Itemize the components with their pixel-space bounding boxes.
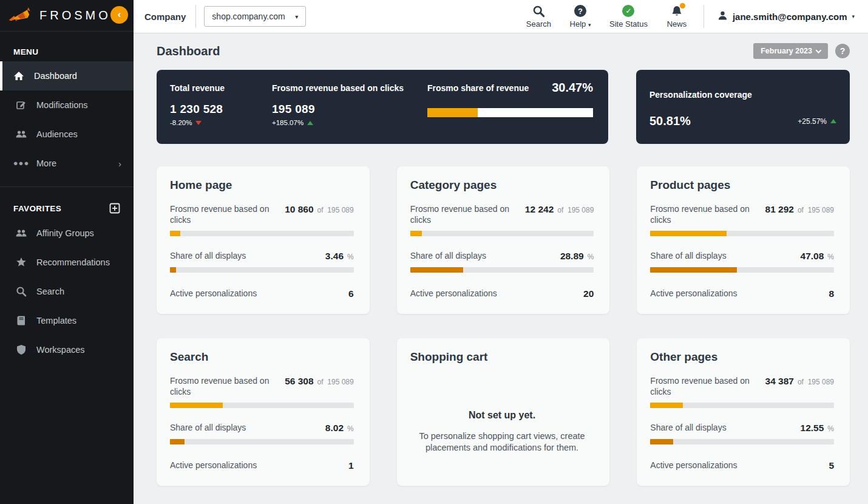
frosmo-revenue-block: Frosmo revenue based on clicks 195 089 +… xyxy=(272,83,427,131)
site-selector-dropdown[interactable]: shop.company.com ▾ xyxy=(204,6,306,27)
edit-icon xyxy=(16,100,27,111)
progressbar-fill xyxy=(650,231,727,236)
period-label: February 2023 xyxy=(761,47,812,55)
sidebar-item-recommendations[interactable]: Recommendations xyxy=(0,248,134,277)
chevron-down-icon xyxy=(816,47,822,53)
trend-up-icon xyxy=(307,121,313,125)
notification-dot xyxy=(680,3,685,9)
metric-value: 8 xyxy=(829,288,834,299)
sidebar-item-search[interactable]: Search xyxy=(0,277,134,306)
revenue-progressbar xyxy=(170,231,354,236)
favorites-header-label: FAVORITES xyxy=(13,204,61,213)
progressbar-fill xyxy=(170,403,223,408)
add-favorite-button[interactable] xyxy=(109,203,120,214)
page-title: Dashboard xyxy=(157,44,220,58)
sidebar-item-workspaces[interactable]: Workspaces xyxy=(0,335,134,364)
metric-label: Share of all displays xyxy=(650,251,726,262)
revenue-progressbar xyxy=(650,403,834,408)
share-row: Share of all displays 47.08% xyxy=(650,251,834,262)
metric-label: Active personalizations xyxy=(650,460,737,471)
product-pages-card: Product pages Frosmo revenue based on cl… xyxy=(637,166,850,314)
share-progressbar xyxy=(170,439,354,444)
revenue-progressbar xyxy=(410,231,594,236)
progressbar-fill xyxy=(650,403,682,408)
sidebar-item-label: Audiences xyxy=(36,129,78,139)
topnav-site-status[interactable]: ✓ Site Status xyxy=(609,4,648,29)
revenue-row: Frosmo revenue based on clicks 34 387of … xyxy=(650,376,834,397)
metric-value: 47.08 xyxy=(801,251,824,262)
metric-value: 195 089 xyxy=(272,103,427,116)
topnav-search[interactable]: Search xyxy=(526,4,551,29)
metric-label: Frosmo revenue based on clicks xyxy=(410,204,514,225)
revenue-progressbar xyxy=(650,231,834,236)
metric-change: -8.20% xyxy=(170,119,272,126)
card-title: Other pages xyxy=(650,350,834,364)
user-menu[interactable]: jane.smith@company.com ▾ xyxy=(704,5,855,28)
metric-value: 34 387 xyxy=(765,376,794,387)
metric-label: Personalization coverage xyxy=(649,90,836,100)
metric-label: Share of all displays xyxy=(170,251,246,262)
period-selector-button[interactable]: February 2023 xyxy=(753,43,828,59)
metric-label: Share of all displays xyxy=(410,251,486,262)
active-personalizations-row: Active personalizations 5 xyxy=(650,460,834,471)
active-personalizations-row: Active personalizations 6 xyxy=(170,288,354,299)
topnav-label: Help ▾ xyxy=(570,19,591,29)
sidebar-item-affinity-groups[interactable]: Affinity Groups xyxy=(0,219,134,248)
card-title: Shopping cart xyxy=(410,350,594,364)
sidebar-divider xyxy=(0,186,134,187)
other-pages-card: Other pages Frosmo revenue based on clic… xyxy=(637,338,850,486)
metric-value: 50.81% xyxy=(649,114,691,128)
favorites-section-header: FAVORITES xyxy=(0,203,134,214)
topbar-divider xyxy=(195,5,196,28)
card-title: Category pages xyxy=(410,179,594,192)
star-icon xyxy=(16,257,27,268)
search-icon xyxy=(532,4,545,18)
check-circle-icon: ✓ xyxy=(622,4,634,18)
chevron-left-icon: ‹ xyxy=(118,9,121,21)
metric-label: Total revenue xyxy=(170,83,272,93)
chevron-down-icon: ▾ xyxy=(295,13,298,20)
metric-label: Frosmo revenue based on clicks xyxy=(170,204,273,225)
topnav-label: Search xyxy=(526,19,551,29)
book-icon xyxy=(16,315,27,326)
metric-value: 30.47% xyxy=(552,81,593,95)
empty-state-text: To personalize shopping cart views, crea… xyxy=(410,431,594,454)
revenue-row: Frosmo revenue based on clicks 10 860of … xyxy=(170,204,354,225)
revenue-overview-card: Total revenue 1 230 528 -8.20% Frosmo re… xyxy=(157,70,608,144)
sidebar-item-label: Affinity Groups xyxy=(36,228,94,238)
topnav-news[interactable]: News xyxy=(665,4,689,29)
active-personalizations-row: Active personalizations 20 xyxy=(410,288,594,299)
metric-label: Frosmo revenue based on clicks xyxy=(170,376,273,397)
metric-label: Frosmo revenue based on clicks xyxy=(650,204,753,225)
sidebar-item-more[interactable]: ●●● More › xyxy=(0,149,134,178)
sidebar-item-modifications[interactable]: Modifications xyxy=(0,90,134,120)
share-progressbar xyxy=(170,267,354,273)
trend-down-icon xyxy=(195,121,202,125)
topbar: Company shop.company.com ▾ Search ? Help… xyxy=(134,0,868,33)
metric-value: 5 xyxy=(829,460,834,471)
metric-value: 12.55 xyxy=(801,423,824,434)
share-of-revenue-progressbar xyxy=(427,108,593,117)
share-row: Share of all displays 8.02% xyxy=(170,423,354,434)
revenue-row: Frosmo revenue based on clicks 56 308of … xyxy=(170,376,354,397)
sidebar-item-label: Modifications xyxy=(36,100,88,110)
sidebar-item-dashboard[interactable]: Dashboard xyxy=(0,61,134,90)
empty-state-title: Not set up yet. xyxy=(410,410,594,421)
sidebar-collapse-button[interactable]: ‹ xyxy=(110,6,128,24)
metric-value: 20 xyxy=(583,288,594,299)
progressbar-fill xyxy=(650,439,673,444)
sidebar-item-audiences[interactable]: Audiences xyxy=(0,120,134,149)
shopping-cart-card: Shopping cart Not set up yet. To persona… xyxy=(397,338,610,486)
overview-row: Total revenue 1 230 528 -8.20% Frosmo re… xyxy=(157,70,850,144)
progressbar-fill xyxy=(170,267,176,273)
users-icon xyxy=(16,129,27,140)
sidebar-item-templates[interactable]: Templates xyxy=(0,306,134,335)
sidebar-item-label: Search xyxy=(36,287,64,296)
sidebar: FROSMO ‹ MENU Dashboard Modifications Au… xyxy=(0,0,134,504)
share-progressbar xyxy=(650,267,834,273)
topnav-help[interactable]: ? Help ▾ xyxy=(568,4,592,29)
share-row: Share of all displays 28.89% xyxy=(410,251,594,262)
page-help-button[interactable]: ? xyxy=(835,44,850,58)
total-revenue-block: Total revenue 1 230 528 -8.20% xyxy=(170,83,272,131)
metric-value: 56 308 xyxy=(285,376,313,387)
